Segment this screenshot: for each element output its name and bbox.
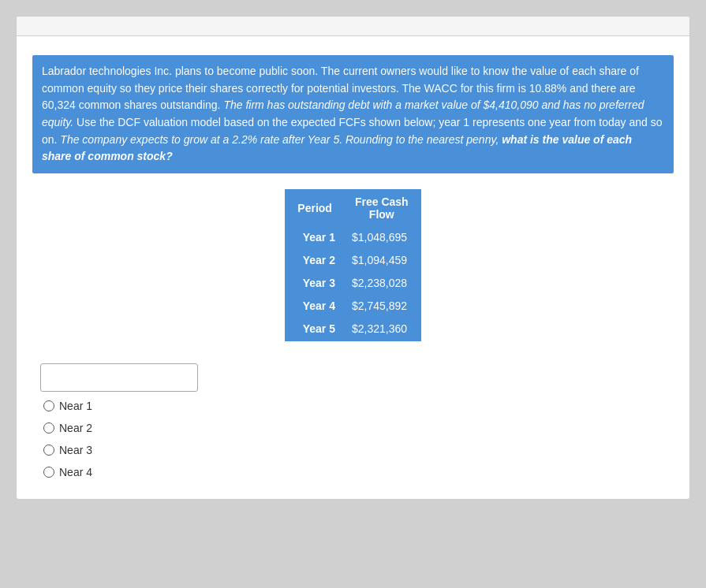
table-cell-value: $2,745,892 [343,295,420,318]
near-option-label-near4: Near 4 [59,466,92,478]
table-cell-period: Year 2 [286,249,343,272]
fcf-table: Period Free CashFlow Year 1$1,048,695Yea… [285,189,420,341]
col-header-period: Period [286,190,343,226]
table-cell-period: Year 5 [286,318,343,341]
table-cell-value: $1,094,459 [343,249,420,272]
answer-input[interactable] [40,363,198,392]
radio-icon-near1[interactable] [43,400,54,411]
near-option-label-near3: Near 3 [59,444,92,456]
near-option-label-near1: Near 1 [59,400,92,412]
radio-icon-near2[interactable] [43,422,54,434]
fcf-table-container: Period Free CashFlow Year 1$1,048,695Yea… [32,189,674,341]
table-cell-value: $2,238,028 [343,272,420,295]
near-option-near1[interactable]: Near 1 [43,395,674,417]
table-row: Year 3$2,238,028 [286,272,420,295]
table-row: Year 5$2,321,360 [286,318,420,341]
question-card: Labrador technologies Inc. plans to beco… [16,16,690,500]
near-option-near3[interactable]: Near 3 [43,439,674,461]
answer-section: Near 1Near 2Near 3Near 4 [32,363,674,483]
near-option-near4[interactable]: Near 4 [43,461,674,483]
table-cell-value: $2,321,360 [343,318,420,341]
table-row: Year 1$1,048,695 [286,226,420,249]
radio-icon-near3[interactable] [43,445,54,456]
table-row: Year 4$2,745,892 [286,295,420,318]
col-header-fcf: Free CashFlow [343,190,420,226]
table-cell-period: Year 3 [286,272,343,295]
near-option-near2[interactable]: Near 2 [43,417,674,439]
radio-icon-near4[interactable] [43,467,54,478]
table-cell-period: Year 1 [286,226,343,249]
near-options-list: Near 1Near 2Near 3Near 4 [43,395,674,483]
table-cell-period: Year 4 [286,295,343,318]
card-header [17,17,689,36]
question-text: Labrador technologies Inc. plans to beco… [32,55,674,173]
card-body: Labrador technologies Inc. plans to beco… [17,36,689,499]
table-row: Year 2$1,094,459 [286,249,420,272]
near-option-label-near2: Near 2 [59,422,92,434]
table-cell-value: $1,048,695 [343,226,420,249]
